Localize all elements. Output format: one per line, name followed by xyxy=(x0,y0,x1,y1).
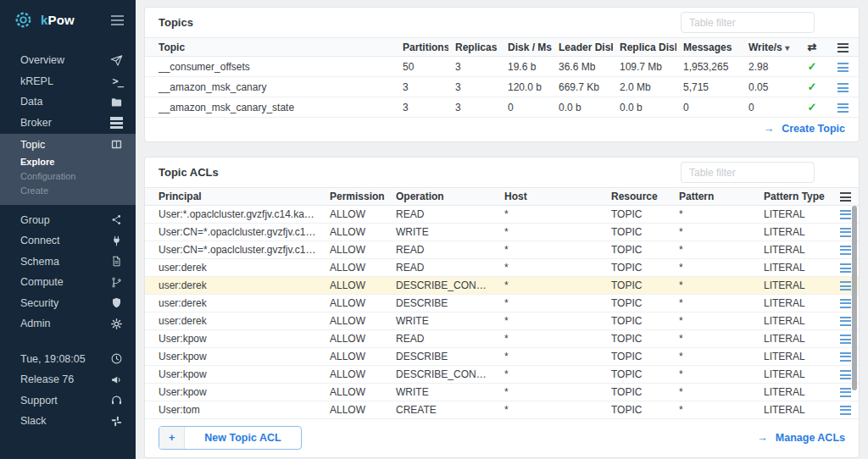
acls-table: Principal Permission Operation Host Reso… xyxy=(145,187,859,419)
new-topic-acl-button[interactable]: + New Topic ACL xyxy=(159,426,302,450)
topics-filter-input[interactable] xyxy=(681,12,815,33)
acl-actions-button[interactable] xyxy=(840,335,851,344)
sidebar: kPow Overview kREPL >_ Data Broker xyxy=(0,0,136,459)
topic-acls-card: Topic ACLs Principal Permission Operatio… xyxy=(144,157,860,458)
sidebar-item-support[interactable]: Support xyxy=(0,390,136,412)
sidebar-item-topic[interactable]: Topic xyxy=(0,134,136,155)
sidebar-item-clock[interactable]: Tue, 19:08:05 xyxy=(0,349,136,370)
topic-row[interactable]: __consumer_offsets 50 3 19.6 b 36.6 Mb 1… xyxy=(145,57,859,77)
col-header-operation[interactable]: Operation xyxy=(389,188,498,206)
acls-header-row: Principal Permission Operation Host Reso… xyxy=(145,188,859,206)
acls-title: Topic ACLs xyxy=(159,166,219,179)
acl-actions-button[interactable] xyxy=(840,246,851,255)
menu-toggle-icon[interactable] xyxy=(111,15,124,25)
acl-actions-button[interactable] xyxy=(840,352,851,362)
acl-row: User:*.opaclcluster.gvzfjv.c14.kafka.us-… xyxy=(145,206,859,224)
sidebar-subitem-create[interactable]: Create xyxy=(0,184,136,198)
col-header-topic[interactable]: Topic xyxy=(145,38,396,57)
sidebar-subitem-explore[interactable]: Explore xyxy=(0,155,136,169)
topics-title: Topics xyxy=(159,16,193,29)
headphones-icon xyxy=(110,394,123,406)
acl-actions-button[interactable] xyxy=(840,388,851,397)
col-header-principal[interactable]: Principal xyxy=(145,188,323,206)
sidebar-section-topic: Topic Explore Configuration Create xyxy=(0,134,136,205)
acl-actions-button[interactable] xyxy=(840,281,851,290)
col-header-disk-msg[interactable]: Disk / Msg xyxy=(501,38,552,57)
topic-actions-button[interactable] xyxy=(837,103,849,113)
acls-card-footer: + New Topic ACL → Manage ACLs xyxy=(145,419,859,457)
list-icon xyxy=(840,192,851,202)
sidebar-item-release[interactable]: Release 76 xyxy=(0,369,136,390)
plug-icon xyxy=(110,235,123,247)
sidebar-item-krepl[interactable]: kREPL >_ xyxy=(0,71,136,92)
acl-row: User:tomALLOWCREATE*TOPIC*LITERAL xyxy=(145,401,859,419)
acl-actions-button[interactable] xyxy=(840,370,851,379)
clock-icon xyxy=(110,352,123,365)
sidebar-item-broker[interactable]: Broker xyxy=(0,113,136,134)
topics-card-header: Topics xyxy=(145,8,859,37)
acl-row: User:CN=*.opaclcluster.gvzfjv.c14.kafka.… xyxy=(145,241,859,259)
col-header-in-sync: ⇄ xyxy=(798,38,826,57)
col-header-host[interactable]: Host xyxy=(498,188,604,206)
sidebar-item-connect[interactable]: Connect xyxy=(0,230,136,252)
in-sync-check-icon: ✓ xyxy=(808,101,817,113)
sidebar-item-schema[interactable]: Schema xyxy=(0,252,136,273)
col-header-resource[interactable]: Resource xyxy=(604,188,672,206)
sidebar-subitem-configuration[interactable]: Configuration xyxy=(0,169,136,184)
in-sync-check-icon: ✓ xyxy=(808,80,817,93)
file-icon xyxy=(110,255,123,268)
acl-actions-button[interactable] xyxy=(840,299,851,308)
sidebar-item-compute[interactable]: Compute xyxy=(0,272,136,293)
acl-actions-button[interactable] xyxy=(840,228,851,237)
acls-card-header: Topic ACLs xyxy=(145,158,859,187)
acl-row: User:CN=*.opaclcluster.gvzfjv.c14.kafka.… xyxy=(145,224,859,241)
col-header-pattern[interactable]: Pattern xyxy=(672,188,757,206)
acl-actions-button[interactable] xyxy=(840,263,851,273)
topic-row[interactable]: __amazon_msk_canary 3 3 120.0 b 669.7 Kb… xyxy=(145,77,859,97)
in-sync-check-icon: ✓ xyxy=(808,60,817,73)
sidebar-item-admin[interactable]: Admin xyxy=(0,313,136,335)
col-header-replicas[interactable]: Replicas xyxy=(448,38,501,57)
acl-row: User:kpowALLOWDESCRIBE*TOPIC*LITERAL xyxy=(145,348,859,366)
manage-acls-link[interactable]: → Manage ACLs xyxy=(757,432,845,444)
server-stack-icon xyxy=(110,117,123,129)
topic-actions-button[interactable] xyxy=(837,83,849,92)
sidebar-item-data[interactable]: Data xyxy=(0,91,136,113)
col-header-writes[interactable]: Write/s ▾ xyxy=(742,38,798,57)
topics-header-row: Topic Partitions Replicas Disk / Msg Lea… xyxy=(145,38,859,57)
col-header-partitions[interactable]: Partitions xyxy=(396,38,448,57)
sort-desc-icon: ▾ xyxy=(785,43,789,53)
col-header-permission[interactable]: Permission xyxy=(323,188,389,206)
topic-row[interactable]: __amazon_msk_canary_state 3 3 0 0.0 b 0.… xyxy=(145,97,859,118)
topics-card: Topics Topic Partitions Replicas Disk / … xyxy=(144,7,860,142)
plus-icon: + xyxy=(159,427,185,449)
topic-actions-button[interactable] xyxy=(837,63,849,72)
app-root: kPow Overview kREPL >_ Data Broker xyxy=(0,0,868,459)
create-topic-link[interactable]: → Create Topic xyxy=(764,123,845,135)
topics-table: Topic Partitions Replicas Disk / Msg Lea… xyxy=(145,37,859,118)
acl-actions-button[interactable] xyxy=(840,210,851,219)
sidebar-item-overview[interactable]: Overview xyxy=(0,50,136,71)
sidebar-item-slack[interactable]: Slack xyxy=(0,411,136,432)
col-header-leader-disk[interactable]: Leader Disk xyxy=(552,38,613,57)
acl-actions-button[interactable] xyxy=(840,317,851,326)
arrow-right-icon: → xyxy=(757,432,768,444)
sidebar-nav: Overview kREPL >_ Data Broker Topic xyxy=(0,50,136,432)
acl-row-highlighted: user:derekALLOWDESCRIBE_CONFIGS*TOPIC*LI… xyxy=(145,277,859,295)
acl-actions-button[interactable] xyxy=(840,406,851,415)
sidebar-item-group[interactable]: Group xyxy=(0,210,136,231)
acl-row: User:kpowALLOWWRITE*TOPIC*LITERAL xyxy=(145,384,859,401)
acl-scrollbar-thumb[interactable] xyxy=(852,206,857,390)
acl-row: User:kpowALLOWREAD*TOPIC*LITERAL xyxy=(145,330,859,348)
shield-icon xyxy=(110,296,123,309)
terminal-icon: >_ xyxy=(113,75,123,87)
col-header-replica-disk[interactable]: Replica Disk xyxy=(613,38,676,57)
acls-filter-input[interactable] xyxy=(681,162,815,183)
col-header-messages[interactable]: Messages xyxy=(676,38,742,57)
gear-icon xyxy=(110,318,123,330)
share-icon xyxy=(110,213,123,226)
col-header-pattern-type[interactable]: Pattern Type xyxy=(757,188,832,206)
acl-row: user:derekALLOWDESCRIBE*TOPIC*LITERAL xyxy=(145,295,859,312)
sidebar-item-security[interactable]: Security xyxy=(0,293,136,314)
col-header-actions xyxy=(826,38,859,57)
